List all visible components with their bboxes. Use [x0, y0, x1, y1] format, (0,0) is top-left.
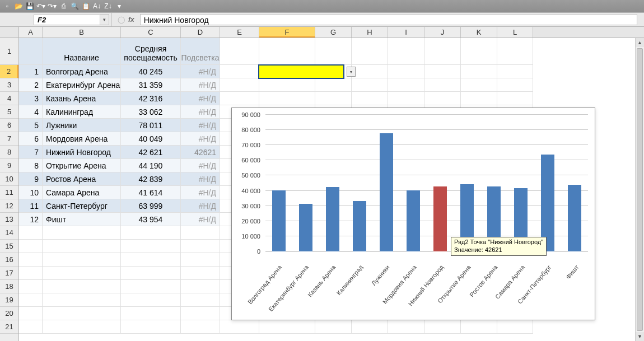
cell-D18[interactable] — [181, 280, 220, 293]
cell-L3[interactable] — [497, 78, 533, 92]
cell-B5[interactable]: Калининград — [43, 105, 121, 119]
grid-body[interactable]: 123456789101112131415161718192021 Назван… — [0, 38, 644, 341]
table-header-name[interactable]: Название — [43, 38, 121, 65]
cell-B2[interactable]: Волгоград Арена — [43, 65, 121, 78]
cell-A1[interactable] — [19, 38, 43, 65]
cell-C19[interactable] — [121, 293, 181, 307]
more-icon[interactable]: ▾ — [114, 1, 124, 11]
cell-B4[interactable]: Казань Арена — [43, 92, 121, 105]
save-icon[interactable]: 💾 — [25, 1, 35, 11]
cell-D15[interactable] — [181, 240, 220, 253]
cell-D12[interactable]: #Н/Д — [181, 199, 220, 213]
embedded-chart[interactable]: 010 00020 00030 00040 00050 00060 00070 … — [231, 108, 595, 320]
cell-A4[interactable]: 3 — [19, 92, 43, 105]
cell-C20[interactable] — [121, 307, 181, 320]
row-header-2[interactable]: 2 — [0, 65, 18, 78]
cell-G3[interactable] — [315, 78, 352, 92]
cell-C18[interactable] — [121, 280, 181, 293]
cell-C6[interactable]: 78 011 — [121, 119, 181, 132]
cell-H2[interactable] — [352, 65, 388, 78]
cell-A16[interactable] — [19, 253, 43, 267]
cell-B13[interactable]: Фишт — [43, 213, 121, 226]
cell-C13[interactable]: 43 954 — [121, 213, 181, 226]
cell-A3[interactable]: 2 — [19, 78, 43, 92]
col-header-I[interactable]: I — [388, 27, 424, 38]
cell-D11[interactable]: #Н/Д — [181, 186, 220, 199]
cell-A17[interactable] — [19, 267, 43, 280]
row-header-15[interactable]: 15 — [0, 240, 18, 253]
cell-I2[interactable] — [388, 65, 424, 78]
cell-C11[interactable]: 41 614 — [121, 186, 181, 199]
cell-C8[interactable]: 42 621 — [121, 146, 181, 159]
chart-bar[interactable] — [299, 204, 313, 251]
row-header-18[interactable]: 18 — [0, 280, 18, 293]
cell-I21[interactable] — [388, 320, 424, 334]
row-header-13[interactable]: 13 — [0, 213, 18, 226]
cells-area[interactable]: НазваниеСредняя посещаемостьПодсветка1Во… — [19, 38, 644, 341]
formula-input[interactable]: Нижний Новгород — [140, 14, 637, 25]
cell-G21[interactable] — [315, 320, 352, 334]
cell-C7[interactable]: 40 049 — [121, 132, 181, 146]
row-header-6[interactable]: 6 — [0, 119, 18, 132]
scroll-down-icon[interactable]: ▼ — [636, 332, 644, 341]
row-header-12[interactable]: 12 — [0, 199, 18, 213]
cell-C5[interactable]: 33 062 — [121, 105, 181, 119]
cell-B6[interactable]: Лужники — [43, 119, 121, 132]
row-header-10[interactable]: 10 — [0, 172, 18, 186]
cell-D16[interactable] — [181, 253, 220, 267]
cell-F21[interactable] — [259, 320, 315, 334]
cell-D17[interactable] — [181, 267, 220, 280]
row-header-20[interactable]: 20 — [0, 307, 18, 320]
row-header-16[interactable]: 16 — [0, 253, 18, 267]
print-icon[interactable]: ⎙ — [58, 1, 68, 11]
cell-E3[interactable] — [220, 78, 259, 92]
col-header-J[interactable]: J — [424, 27, 461, 38]
cell-C17[interactable] — [121, 267, 181, 280]
row-header-8[interactable]: 8 — [0, 146, 18, 159]
cell-B16[interactable] — [43, 253, 121, 267]
cell-A2[interactable]: 1 — [19, 65, 43, 78]
cell-I1[interactable] — [388, 38, 424, 65]
cell-A6[interactable]: 5 — [19, 119, 43, 132]
row-header-17[interactable]: 17 — [0, 267, 18, 280]
row-header-19[interactable]: 19 — [0, 293, 18, 307]
row-header-9[interactable]: 9 — [0, 159, 18, 172]
cell-C9[interactable]: 44 190 — [121, 159, 181, 172]
cell-K21[interactable] — [461, 320, 497, 334]
cell-F4[interactable] — [259, 92, 315, 105]
cell-A9[interactable]: 8 — [19, 159, 43, 172]
cell-K3[interactable] — [461, 78, 497, 92]
sort-asc-icon[interactable]: A↓ — [92, 1, 102, 11]
cell-C2[interactable]: 40 245 — [121, 65, 181, 78]
row-header-3[interactable]: 3 — [0, 78, 18, 92]
cell-A5[interactable]: 4 — [19, 105, 43, 119]
cell-B15[interactable] — [43, 240, 121, 253]
cell-D14[interactable] — [181, 226, 220, 240]
cell-A12[interactable]: 11 — [19, 199, 43, 213]
cell-D7[interactable]: #Н/Д — [181, 132, 220, 146]
new-icon[interactable]: ▫ — [2, 1, 12, 11]
col-header-E[interactable]: E — [220, 27, 259, 38]
name-box-dropdown-icon[interactable]: ▾ — [100, 14, 109, 25]
cell-E1[interactable] — [220, 38, 259, 65]
chart-bar[interactable] — [380, 133, 394, 251]
cell-A20[interactable] — [19, 307, 43, 320]
cell-C10[interactable]: 42 839 — [121, 172, 181, 186]
cell-D19[interactable] — [181, 293, 220, 307]
open-icon[interactable]: 📂 — [13, 1, 24, 11]
cell-D3[interactable]: #Н/Д — [181, 78, 220, 92]
redo-icon[interactable]: ↷▾ — [47, 1, 57, 11]
cell-B12[interactable]: Санкт-Петербург — [43, 199, 121, 213]
cell-D13[interactable]: #Н/Д — [181, 213, 220, 226]
cell-K4[interactable] — [461, 92, 497, 105]
undo-icon[interactable]: ↶▾ — [36, 1, 46, 11]
col-header-C[interactable]: C — [121, 27, 181, 38]
chart-bar[interactable] — [407, 190, 421, 251]
cell-C4[interactable]: 42 316 — [121, 92, 181, 105]
cell-E21[interactable] — [220, 320, 259, 334]
col-header-G[interactable]: G — [315, 27, 352, 38]
cell-G1[interactable] — [315, 38, 352, 65]
col-header-L[interactable]: L — [497, 27, 533, 38]
cell-B19[interactable] — [43, 293, 121, 307]
cell-C15[interactable] — [121, 240, 181, 253]
